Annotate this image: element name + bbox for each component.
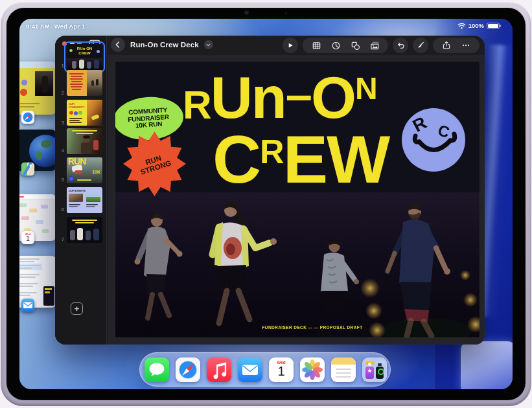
document-title[interactable]: Run-On Crew Deck: [130, 41, 199, 49]
rc-smiley-badge[interactable]: R C: [402, 108, 465, 172]
thumb4-runner2: [93, 140, 98, 150]
status-date: Wed Apr 1: [54, 23, 85, 30]
back-button[interactable]: [111, 38, 125, 52]
thumb1-green-sticker: [69, 49, 73, 52]
webpage-red-sticker: [20, 89, 27, 96]
store-mini-icon: ★: [365, 367, 374, 379]
slide-thumbnail-4[interactable]: [67, 128, 102, 154]
thumb1-smiley-sticker: [97, 50, 100, 53]
slide-title-line1[interactable]: R U n – O N: [183, 76, 376, 120]
notes-header: [331, 357, 356, 365]
insert-shape-button[interactable]: [345, 38, 365, 53]
slide-title-line2[interactable]: C R E W: [213, 134, 389, 185]
thumb2-text-line: [71, 76, 82, 77]
current-slide[interactable]: R U n – O N C R E W COMMUNITY FUNDRAISER…: [115, 62, 480, 337]
play-button[interactable]: [283, 38, 298, 53]
dock-app-music[interactable]: [207, 357, 231, 382]
webpage-figure: [42, 76, 48, 93]
add-slide-button[interactable]: +: [71, 302, 83, 315]
thumb6-photo-left: [69, 194, 83, 202]
title-menu-button[interactable]: [204, 40, 213, 49]
slide-thumbnail-5[interactable]: RUN 10K: [67, 157, 102, 183]
thumb6-caption: [86, 206, 95, 207]
thumb6-photo-right: [86, 194, 100, 202]
calendar-app-badge[interactable]: Wed 1: [21, 231, 34, 244]
mail-row: [19, 267, 32, 269]
dock-app-folder[interactable]: ★: [362, 357, 387, 382]
slide-thumbnail-7[interactable]: [67, 217, 102, 243]
thumb7-quote-line: [72, 220, 97, 221]
dock-app-messages[interactable]: [145, 357, 169, 382]
thumb2-runner: [96, 79, 98, 85]
slide-thumbnail-6[interactable]: OUR EVENTS: [67, 187, 102, 213]
photos-flower-icon: [300, 357, 325, 382]
messages-bubble-icon: [145, 357, 169, 382]
more-button[interactable]: [456, 38, 476, 53]
community-fundraiser-sticker[interactable]: COMMUNITY FUNDRAISER 10K RUN: [115, 95, 185, 142]
slide-footer-text: FUNDRAISER DECK — — PROPOSAL DRAFT: [115, 325, 480, 330]
notes-line: [336, 372, 351, 374]
dock-app-mail[interactable]: [238, 357, 262, 382]
calendar-event: [42, 229, 49, 233]
thumb6-caption: [86, 204, 98, 205]
insert-table-button[interactable]: [306, 38, 326, 53]
slide-thumbnail-3[interactable]: OUR COMMUNITY: [67, 100, 102, 126]
insert-media-button[interactable]: [365, 38, 384, 53]
stage-app-safari[interactable]: [19, 62, 56, 115]
share-button[interactable]: [437, 38, 456, 53]
ipad-screen: 9:41 AM Wed Apr 1 100%: [19, 19, 513, 389]
thumb3-red-sticker: [69, 111, 73, 115]
dock-app-photos[interactable]: [300, 357, 325, 382]
thumb3-title-line2: COMMUNITY: [69, 106, 85, 109]
tips-mini-icon: [365, 361, 374, 365]
thumb3-text-line: [69, 118, 82, 119]
share-icon: [442, 41, 451, 50]
slide-number: 4: [56, 148, 64, 153]
status-time: 9:41 AM: [26, 23, 50, 30]
battery-percent: 100%: [468, 22, 484, 29]
thumb5-run-text: RUN: [68, 157, 86, 166]
run-strong-sticker[interactable]: RUN STRONG: [123, 131, 186, 196]
dock-app-safari[interactable]: [176, 357, 200, 382]
maps-app-badge[interactable]: [21, 163, 34, 176]
thumb2-text-line: [71, 81, 82, 82]
mail-app-badge[interactable]: [21, 299, 34, 312]
safari-compass-icon: [176, 357, 200, 382]
thumb2-text-line: [70, 78, 83, 80]
thumb3-photo: [87, 100, 102, 126]
dock: Wed 1: [139, 352, 391, 387]
dock-app-notes[interactable]: [331, 357, 356, 382]
safari-app-badge[interactable]: [21, 111, 34, 124]
thumb2-photo: [87, 70, 102, 96]
slide-thumbnail-2[interactable]: [67, 70, 102, 96]
slide-number: 5: [56, 177, 64, 183]
dock-app-calendar[interactable]: Wed 1: [269, 357, 294, 382]
close-button[interactable]: [62, 41, 67, 46]
notes-line: [336, 376, 351, 378]
maps-globe: [29, 135, 56, 167]
thumb7-quote-line: [75, 222, 94, 223]
front-camera: [244, 10, 249, 15]
insert-chart-button[interactable]: [326, 38, 345, 53]
thumb6-title: OUR EVENTS: [69, 189, 86, 192]
mail-envelope-icon: [21, 299, 34, 312]
insert-group: [303, 38, 388, 53]
mail-preview-cover: [43, 286, 54, 306]
runners-night-photo: [115, 192, 480, 337]
thumb6-caption: [69, 204, 80, 205]
thumb2-text-line: [70, 84, 83, 85]
mail-row: [19, 265, 40, 266]
thumb5-caption: [77, 179, 91, 181]
calendar-event: [41, 205, 48, 209]
mic-dot: [285, 12, 287, 14]
keynote-toolbar: Run-On Crew Deck: [107, 36, 485, 55]
keynote-window: 1 RUn-ON CREW 2: [55, 36, 485, 345]
undo-button[interactable]: [393, 38, 408, 53]
calendar-event: [21, 216, 29, 220]
mail-row: [19, 277, 36, 278]
slide-thumbnail-1[interactable]: RUn-ON CREW: [67, 44, 102, 70]
mail-row: [19, 261, 34, 262]
format-button[interactable]: [413, 38, 428, 53]
thumb3-text-line: [69, 122, 82, 123]
marketing-scene: 9:41 AM Wed Apr 1 100%: [0, 0, 532, 408]
